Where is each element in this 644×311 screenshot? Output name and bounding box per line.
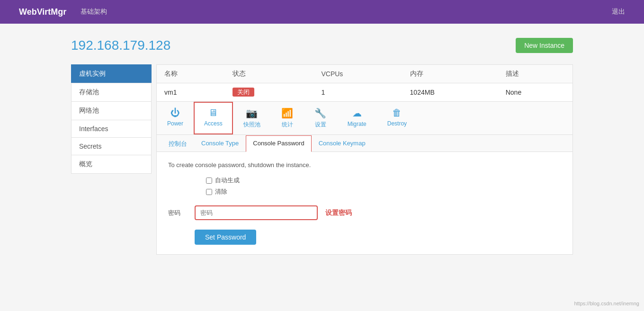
sidebar-item-secrets[interactable]: Secrets — [71, 137, 152, 155]
toolbar-migrate[interactable]: ☁ Migrate — [337, 102, 377, 134]
new-instance-button[interactable]: New Instance — [516, 38, 573, 53]
cell-description: None — [498, 83, 572, 102]
toolbar-stats-label: 统计 — [282, 121, 293, 129]
tab-console-keymap[interactable]: Console Keymap — [312, 135, 373, 152]
main-layout: 虚机实例 存储池 网络池 Interfaces Secrets 概览 — [71, 64, 573, 255]
col-memory: 内存 — [402, 65, 498, 83]
toolbar-stats[interactable]: 📶 统计 — [271, 102, 304, 134]
migrate-icon: ☁ — [352, 107, 362, 119]
sidebar-item-storage-pool[interactable]: 存储池 — [71, 83, 152, 101]
clear-option[interactable]: 清除 — [206, 187, 561, 196]
access-icon: 🖥 — [208, 107, 218, 118]
col-vcpus: VCPUs — [313, 65, 402, 83]
content-panel: 名称 状态 VCPUs 内存 描述 vm1 关闭 1 1024MB — [156, 64, 573, 255]
page-title: 192.168.179.128 — [71, 38, 170, 53]
sidebar: 虚机实例 存储池 网络池 Interfaces Secrets 概览 — [71, 64, 152, 255]
sidebar-item-vm-instances[interactable]: 虚机实例 — [71, 64, 152, 83]
tab-console-type[interactable]: Console Type — [194, 135, 246, 152]
toolbar-snapshot[interactable]: 📷 快照池 — [233, 102, 271, 134]
set-password-button[interactable]: Set Password — [195, 230, 256, 245]
sidebar-item-interfaces[interactable]: Interfaces — [71, 120, 152, 137]
topnav-logout[interactable]: 退出 — [612, 8, 625, 16]
instance-table: 名称 状态 VCPUs 内存 描述 vm1 关闭 1 1024MB — [157, 65, 572, 102]
toolbar-settings[interactable]: 🔧 设置 — [304, 102, 337, 134]
toolbar-destroy-label: Destroy — [387, 120, 407, 127]
clear-checkbox[interactable] — [206, 189, 212, 195]
toolbar: ⏻ Power 🖥 Access 📷 快照池 📶 统计 🔧 设置 — [157, 102, 572, 135]
cell-vcpus: 1 — [313, 83, 402, 102]
stats-icon: 📶 — [281, 107, 293, 119]
clear-label: 清除 — [215, 187, 227, 196]
topnav: WebVirtMgr 基础架构 退出 — [0, 0, 644, 24]
toolbar-power-label: Power — [167, 120, 183, 127]
password-row: 密码 设置密码 — [168, 205, 561, 220]
cell-name: vm1 — [157, 83, 225, 102]
cell-status: 关闭 — [225, 83, 313, 102]
status-badge: 关闭 — [233, 88, 254, 97]
tab-console-password[interactable]: Console Password — [246, 135, 311, 152]
auto-generate-checkbox[interactable] — [206, 178, 212, 184]
subtabs: 控制台 Console Type Console Password Consol… — [157, 135, 572, 152]
snapshot-icon: 📷 — [246, 107, 258, 119]
page-content: 192.168.179.128 New Instance 虚机实例 存储池 网络… — [62, 24, 582, 269]
toolbar-access[interactable]: 🖥 Access — [194, 102, 233, 134]
col-status: 状态 — [225, 65, 313, 83]
toolbar-destroy[interactable]: 🗑 Destroy — [377, 102, 417, 134]
topnav-left: WebVirtMgr 基础架构 — [19, 7, 107, 17]
password-field-label: 密码 — [168, 209, 187, 217]
topnav-link-infra[interactable]: 基础架构 — [80, 8, 107, 16]
toolbar-power[interactable]: ⏻ Power — [157, 102, 194, 134]
toolbar-snapshot-label: 快照池 — [243, 121, 260, 129]
password-input[interactable] — [195, 205, 318, 220]
settings-icon: 🔧 — [314, 107, 326, 119]
auto-generate-option[interactable]: 自动生成 — [206, 176, 561, 185]
cell-memory: 1024MB — [402, 83, 498, 102]
set-password-hint: 设置密码 — [325, 209, 352, 217]
toolbar-settings-label: 设置 — [315, 121, 326, 129]
sidebar-item-overview[interactable]: 概览 — [71, 155, 152, 174]
console-password-panel: To create console password, shutdown the… — [157, 152, 572, 254]
col-name: 名称 — [157, 65, 225, 83]
col-description: 描述 — [498, 65, 572, 83]
topnav-brand: WebVirtMgr — [19, 7, 66, 17]
power-icon: ⏻ — [170, 107, 180, 118]
sidebar-item-network-pool[interactable]: 网络池 — [71, 101, 152, 120]
toolbar-access-label: Access — [204, 120, 223, 127]
toolbar-migrate-label: Migrate — [348, 121, 367, 127]
destroy-icon: 🗑 — [392, 107, 402, 118]
table-row[interactable]: vm1 关闭 1 1024MB None — [157, 83, 572, 102]
checkbox-group: 自动生成 清除 — [206, 176, 561, 196]
info-text: To create console password, shutdown the… — [168, 161, 561, 169]
page-header: 192.168.179.128 New Instance — [71, 38, 573, 53]
auto-generate-label: 自动生成 — [215, 176, 240, 185]
tab-console[interactable]: 控制台 — [161, 135, 194, 152]
